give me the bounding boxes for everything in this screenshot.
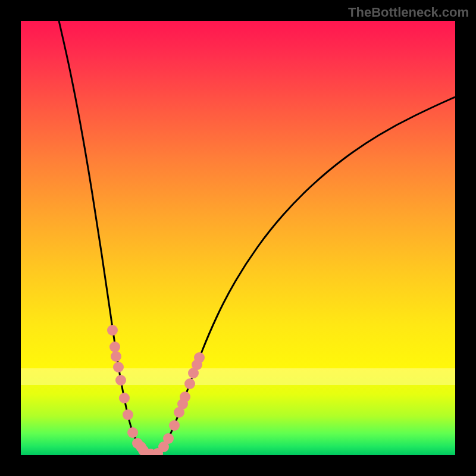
data-dot — [136, 441, 146, 452]
data-dot — [115, 375, 126, 386]
data-dot — [163, 433, 174, 444]
data-dot — [184, 378, 195, 389]
data-dot — [109, 342, 120, 352]
data-dot — [192, 359, 202, 370]
curve-right-branch — [154, 97, 455, 455]
data-dot — [113, 362, 124, 372]
curve-svg — [21, 21, 455, 455]
data-dot — [177, 399, 188, 409]
data-dot — [127, 427, 138, 438]
watermark-text: TheBottleneck.com — [348, 5, 469, 20]
data-dot — [111, 351, 121, 362]
data-dot — [107, 325, 118, 336]
data-dot — [123, 409, 133, 420]
curve-left-branch — [59, 21, 154, 455]
data-dot — [119, 393, 130, 403]
plot-area — [21, 21, 455, 455]
data-dot — [169, 420, 180, 431]
